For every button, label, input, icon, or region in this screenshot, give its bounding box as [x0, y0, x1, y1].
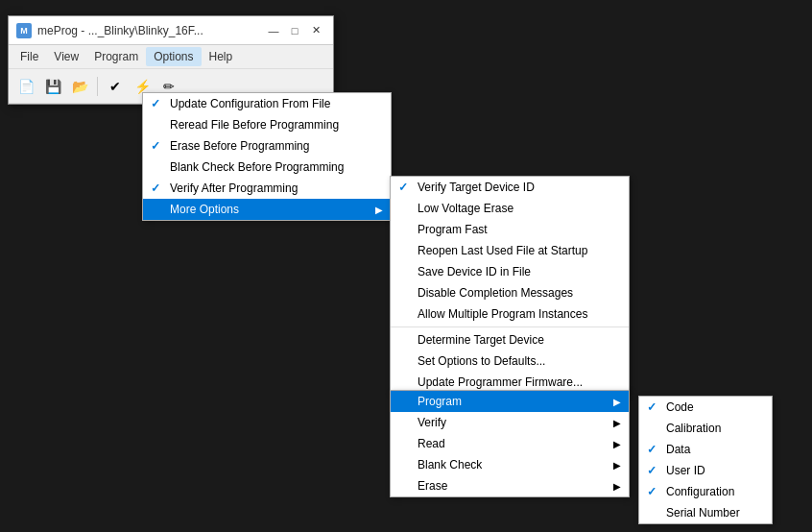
menu-item-blank-check[interactable]: Blank Check Before Programming: [143, 157, 391, 178]
checkmark-update-config: ✓: [151, 97, 160, 110]
menu-item-allow-multiple[interactable]: Allow Multiple Program Instances: [391, 303, 629, 325]
titlebar-controls: — □ ✕: [264, 21, 325, 40]
menu-item-more-options[interactable]: More Options ▶: [143, 199, 391, 220]
erase-arrow: ▶: [604, 481, 621, 492]
app-icon: M: [16, 23, 32, 38]
menu-item-reread-file[interactable]: Reread File Before Programming: [143, 114, 391, 135]
checkmark-erase-before: ✓: [151, 139, 160, 153]
open-button[interactable]: 📂: [68, 75, 91, 98]
more-options-submenu: ✓ Verify Target Device ID Low Voltage Er…: [390, 176, 630, 394]
more-options-arrow: ▶: [366, 205, 383, 215]
save-button[interactable]: 💾: [41, 75, 64, 98]
menu-item-low-voltage[interactable]: Low Voltage Erase: [391, 198, 629, 219]
verify-button[interactable]: ✔: [104, 75, 127, 98]
menu-item-verify-device-id[interactable]: ✓ Verify Target Device ID: [391, 177, 629, 198]
menu-item-read[interactable]: Read ▶: [391, 433, 629, 454]
menu-item-update-config[interactable]: ✓ Update Configuration From File: [143, 93, 391, 114]
program-submenu-list: Program ▶ Verify ▶ Read ▶ Blank Check ▶ …: [390, 390, 630, 497]
menu-item-disable-completion[interactable]: Disable Completion Messages: [391, 282, 629, 303]
menu-item-save-device-id[interactable]: Save Device ID in File: [391, 261, 629, 282]
menu-item-code[interactable]: ✓ Code: [639, 397, 772, 418]
read-arrow: ▶: [604, 439, 621, 449]
titlebar: M meProg - ..._Blinky\Blinky_16F... — □ …: [9, 16, 333, 45]
menu-file[interactable]: File: [12, 47, 46, 66]
checkmark-user-id: ✓: [647, 464, 657, 477]
minimize-button[interactable]: —: [264, 21, 283, 40]
menu-options[interactable]: Options: [146, 47, 201, 66]
checkmark-data: ✓: [647, 443, 657, 456]
verify-arrow: ▶: [604, 418, 621, 428]
menu-item-verify-after[interactable]: ✓ Verify After Programming: [143, 178, 391, 199]
program-arrow: ▶: [604, 397, 621, 407]
close-button[interactable]: ✕: [306, 21, 325, 40]
menu-item-program-fast[interactable]: Program Fast: [391, 219, 629, 240]
menu-item-calibration[interactable]: Calibration: [639, 418, 772, 439]
menu-item-erase[interactable]: Erase ▶: [391, 475, 629, 496]
menu-item-blank-check-sub[interactable]: Blank Check ▶: [391, 454, 629, 475]
checkmark-verify-after: ✓: [151, 181, 160, 195]
checkmark-code: ✓: [647, 400, 657, 414]
menu-item-program[interactable]: Program ▶: [391, 391, 629, 412]
menu-help[interactable]: Help: [202, 47, 241, 66]
menu-item-data[interactable]: ✓ Data: [639, 439, 772, 460]
checkmark-configuration: ✓: [647, 485, 657, 498]
menu-item-reopen-last[interactable]: Reopen Last Used File at Startup: [391, 240, 629, 261]
menu-item-serial-number[interactable]: Serial Number: [639, 502, 772, 523]
options-menu: ✓ Update Configuration From File Reread …: [142, 92, 392, 221]
menu-item-determine-target[interactable]: Determine Target Device: [391, 329, 629, 351]
maximize-button[interactable]: □: [285, 21, 304, 40]
menu-view[interactable]: View: [46, 47, 86, 66]
menu-item-set-options-defaults[interactable]: Set Options to Defaults...: [391, 351, 629, 372]
program-options-submenu: ✓ Code Calibration ✓ Data ✓ User ID ✓ Co…: [638, 396, 773, 524]
menu-program[interactable]: Program: [86, 47, 146, 66]
menu-item-user-id[interactable]: ✓ User ID: [639, 460, 772, 481]
toolbar-separator-1: [97, 77, 98, 96]
separator-more-options: [391, 326, 629, 327]
menubar: File View Program Options Help: [9, 45, 333, 69]
blank-check-arrow: ▶: [604, 460, 621, 471]
menu-item-erase-before[interactable]: ✓ Erase Before Programming: [143, 135, 391, 157]
checkmark-verify-device: ✓: [398, 181, 408, 194]
menu-item-verify[interactable]: Verify ▶: [391, 412, 629, 433]
menu-item-configuration[interactable]: ✓ Configuration: [639, 481, 772, 502]
window-title: meProg - ..._Blinky\Blinky_16F...: [37, 24, 264, 37]
new-button[interactable]: 📄: [14, 75, 37, 98]
